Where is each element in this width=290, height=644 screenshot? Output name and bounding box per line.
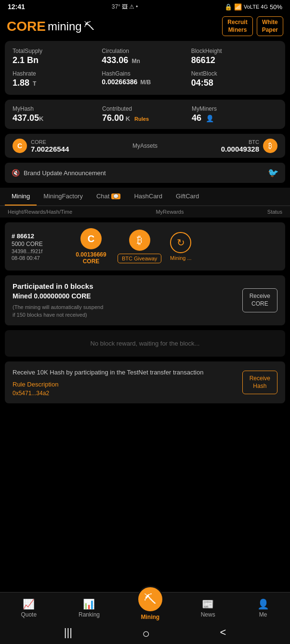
logo-icon: ⛏	[84, 20, 94, 33]
mining-status-text: Mining ...	[170, 255, 192, 261]
android-back-btn[interactable]: <	[220, 626, 226, 641]
circulation-label: Circulation	[102, 48, 188, 54]
mining-block-info: # 86612 5000 CORE 34398...f921f 08-08 00…	[12, 232, 65, 261]
nav-ranking-label: Ranking	[79, 611, 100, 618]
status-time: 12:41	[8, 3, 25, 11]
hashrate-label: Hashrate	[13, 70, 99, 77]
core-asset-value: 7.00226544	[31, 145, 69, 153]
btc-giveaway-section: ₿ BTC Giveaway	[118, 230, 161, 263]
twitter-icon[interactable]: 🐦	[268, 167, 278, 178]
nav-news[interactable]: 📰 News	[196, 596, 220, 620]
receive-core-button[interactable]: Receive CORE	[242, 288, 277, 312]
my-hash-value: 437.05K	[13, 113, 98, 123]
android-recent-btn[interactable]: |||	[64, 626, 72, 641]
participated-note: (The mining will automatically suspend i…	[13, 304, 242, 319]
assets-card: C CORE 7.00226544 MyAssets BTC 0.0004932…	[5, 134, 285, 158]
app-header: CORE mining ⛏ Recruit Miners White Paper	[0, 13, 290, 41]
news-icon: 📰	[202, 598, 214, 610]
receive-hash-button[interactable]: Receive Hash	[242, 371, 277, 394]
wifi-icon: 📶	[234, 3, 242, 11]
nav-quote[interactable]: 📈 Quote	[16, 596, 41, 620]
me-icon: 👤	[257, 598, 269, 610]
testnet-address[interactable]: 0x5471...34a2	[13, 390, 242, 397]
recruit-miners-button[interactable]: Recruit Miners	[222, 16, 252, 36]
ranking-icon: 📊	[83, 598, 95, 610]
testnet-title: Receive 10K Hash by participating in the…	[13, 368, 242, 377]
participated-section: Participated in 0 blocks Mined 0.0000000…	[5, 275, 285, 325]
no-reward-text: No block reward, waiting for the block..…	[91, 340, 200, 347]
circulation-value: 433.06 Mn	[102, 55, 188, 65]
participated-title: Participated in 0 blocks	[13, 282, 242, 290]
btc-asset: BTC 0.00049328 ₿	[221, 139, 277, 153]
circulation-stat: Circulation 433.06 Mn	[102, 48, 188, 65]
hashrate-stat: Hashrate 1.88 T	[13, 70, 99, 88]
nav-mining-label: Mining	[141, 614, 160, 620]
quote-icon: 📈	[23, 598, 35, 610]
testnet-rule-link[interactable]: Rule Description	[13, 381, 242, 388]
mining-nav-icon: ⛏	[137, 586, 164, 613]
no-reward-section: No block reward, waiting for the block..…	[5, 330, 285, 357]
logo-core: CORE	[7, 19, 46, 34]
btc-giveaway-button[interactable]: BTC Giveaway	[118, 254, 161, 263]
my-hash-label: MyHash	[13, 105, 98, 112]
main-tabs: Mining MiningFactory Chat 💬 HashCard Gif…	[0, 188, 290, 206]
btc-reward-icon: ₿	[129, 230, 150, 251]
my-miners-stat: MyMiners 46 👤	[192, 105, 277, 123]
miners-icon: 👤	[206, 115, 214, 122]
tab-mining-factory[interactable]: MiningFactory	[37, 188, 90, 206]
table-header: Height/Rewards/Hash/Time MyRewards Statu…	[0, 206, 290, 218]
block-reward: 5000 CORE	[12, 241, 65, 247]
tab-hashcard[interactable]: HashCard	[127, 188, 169, 206]
announcement-bar: 🔇 Brand Update Announcement 🐦	[5, 163, 285, 183]
core-asset: C CORE 7.00226544	[13, 139, 69, 153]
android-home-btn[interactable]: ○	[142, 626, 150, 641]
nav-mining[interactable]: ⛏ Mining	[137, 586, 164, 620]
core-reward-amount: 0.00136669 CORE	[76, 251, 106, 265]
speaker-icon: 🔇	[12, 169, 20, 177]
core-reward-icon: C	[80, 228, 102, 249]
signal-icon: VoLTE 4G	[244, 4, 268, 10]
my-miners-value: 46 👤	[192, 113, 277, 123]
logo-mining: mining	[48, 20, 82, 33]
lock-icon: 🔒	[224, 3, 232, 11]
nav-quote-label: Quote	[21, 611, 37, 618]
hash-gains-label: HashGains	[102, 70, 188, 77]
alert-icon: ⚠	[129, 3, 134, 10]
table-col2: MyRewards	[156, 209, 184, 215]
nav-ranking[interactable]: 📊 Ranking	[74, 596, 105, 620]
testnet-section: Receive 10K Hash by participating in the…	[5, 361, 285, 403]
my-miners-label: MyMiners	[192, 105, 277, 112]
total-supply-value: 2.1 Bn	[13, 55, 99, 65]
core-icon: C	[13, 139, 27, 153]
btc-asset-label: BTC	[221, 139, 259, 145]
tab-mining[interactable]: Mining	[5, 188, 37, 206]
table-col3: Status	[267, 209, 282, 215]
bottom-navigation: 📈 Quote 📊 Ranking ⛏ Mining 📰 News 👤 Me |…	[0, 592, 290, 644]
next-block-stat: NextBlock 04:58	[191, 70, 277, 88]
white-paper-button[interactable]: White Paper	[257, 16, 283, 36]
mining-row: # 86612 5000 CORE 34398...f921f 08-08 00…	[5, 222, 285, 270]
core-asset-label: CORE	[31, 139, 69, 145]
table-col1: Height/Rewards/Hash/Time	[8, 209, 72, 215]
block-time: 08-08 00:47	[12, 255, 65, 261]
total-supply-label: TotalSupply	[13, 48, 99, 54]
chat-badge: 💬	[111, 193, 120, 199]
block-height-label: BlockHeight	[191, 48, 277, 54]
my-hash-stat: MyHash 437.05K	[13, 105, 98, 123]
tab-chat[interactable]: Chat 💬	[90, 188, 127, 206]
my-stats-card: MyHash 437.05K Contributed 76.00 K Rules…	[5, 100, 285, 129]
image-icon: 🖼	[122, 3, 128, 10]
tab-giftcard[interactable]: GiftCard	[169, 188, 206, 206]
status-right: 🔒 📶 VoLTE 4G 50%	[224, 3, 282, 11]
announcement-text: Brand Update Announcement	[24, 169, 106, 177]
rules-link[interactable]: Rules	[134, 116, 149, 122]
btc-icon: ₿	[263, 139, 277, 153]
hash-gains-stat: HashGains 0.00266386 M/B	[102, 70, 188, 88]
status-bar: 12:41 37° 🖼 ⚠ • 🔒 📶 VoLTE 4G 50%	[0, 0, 290, 13]
hashrate-value: 1.88 T	[13, 78, 99, 88]
nav-me[interactable]: 👤 Me	[252, 596, 274, 620]
contributed-value: 76.00 K Rules	[102, 113, 188, 123]
participated-mined: Mined 0.00000000 CORE	[13, 292, 242, 300]
my-rewards-core: C 0.00136669 CORE	[69, 228, 113, 265]
mining-status-section: ↻ Mining ...	[166, 232, 195, 261]
